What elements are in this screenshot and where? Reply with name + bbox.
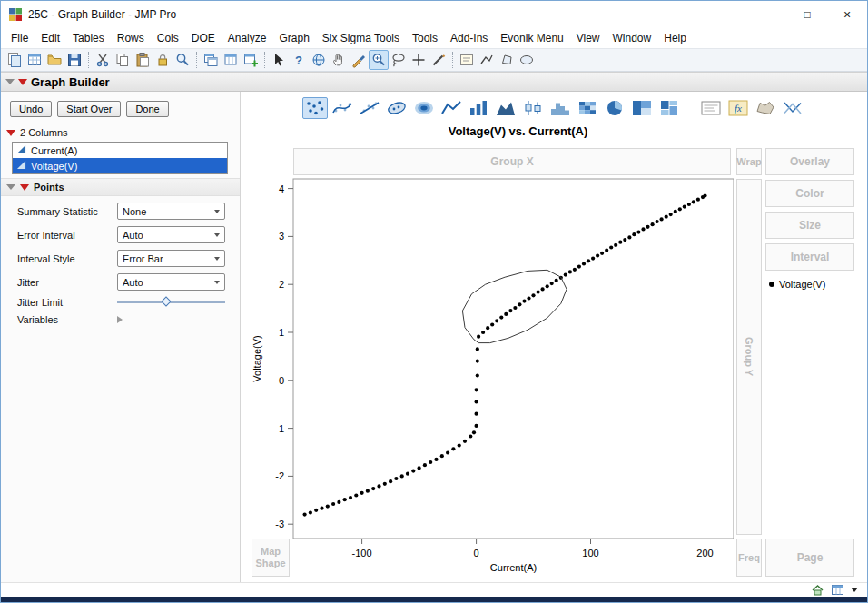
heatmap-element-icon[interactable] xyxy=(575,97,600,119)
menu-view[interactable]: View xyxy=(570,30,607,46)
interval-style-dropdown[interactable]: Error Bar xyxy=(117,250,225,267)
bar-element-icon[interactable] xyxy=(466,97,491,119)
menu-tools[interactable]: Tools xyxy=(406,30,444,46)
crosshair-tool-icon[interactable] xyxy=(409,50,429,70)
arrow-tool-icon[interactable] xyxy=(269,50,289,70)
ellipse-element-icon[interactable] xyxy=(384,97,409,119)
summary-statistic-label: Summary Statistic xyxy=(17,206,117,217)
line-tool-icon[interactable] xyxy=(477,50,497,70)
globe-tool-icon[interactable] xyxy=(309,50,329,70)
points-collapse-triangle-icon[interactable] xyxy=(6,184,15,190)
svg-text:Current(A): Current(A) xyxy=(490,562,537,573)
menu-doe[interactable]: DOE xyxy=(185,30,222,46)
annotate-tool-icon[interactable] xyxy=(457,50,477,70)
drop-zone-color[interactable]: Color xyxy=(765,180,854,207)
pie-element-icon[interactable] xyxy=(602,97,627,119)
new-journal-icon[interactable] xyxy=(5,50,25,70)
jitter-dropdown[interactable]: Auto xyxy=(117,273,225,291)
chevron-down-icon xyxy=(214,257,220,261)
area-element-icon[interactable] xyxy=(493,97,518,119)
interval-style-label: Interval Style xyxy=(17,253,117,264)
home-window-icon[interactable] xyxy=(811,583,824,597)
magnifier-tool-icon[interactable] xyxy=(369,50,389,70)
legend-item[interactable]: Voltage(V) xyxy=(769,279,825,290)
menu-six-sigma-tools[interactable]: Six Sigma Tools xyxy=(316,30,406,46)
slider-thumb-icon[interactable] xyxy=(161,296,171,306)
contour-element-icon[interactable] xyxy=(411,97,437,119)
data-table-icon[interactable] xyxy=(831,583,844,597)
table-new-icon[interactable] xyxy=(221,50,241,70)
formula-element-icon[interactable]: fx xyxy=(725,97,751,119)
menu-cols[interactable]: Cols xyxy=(151,30,185,46)
toolbar-separator xyxy=(88,52,89,68)
polygon-tool-icon[interactable] xyxy=(497,50,517,70)
parallel-element-icon[interactable] xyxy=(780,97,805,119)
drop-zone-overlay[interactable]: Overlay xyxy=(765,148,854,175)
treemap-element-icon[interactable] xyxy=(629,97,655,119)
menu-analyze[interactable]: Analyze xyxy=(222,30,273,46)
oval-tool-icon[interactable] xyxy=(517,50,537,70)
points-controls: Summary StatisticNoneError IntervalAutoI… xyxy=(1,203,240,291)
table-copy-icon[interactable] xyxy=(201,50,221,70)
mosaic-element-icon[interactable] xyxy=(656,97,682,119)
line-of-fit-element-icon[interactable] xyxy=(357,97,382,119)
cut-icon[interactable] xyxy=(93,50,113,70)
histogram-element-icon[interactable] xyxy=(547,97,573,119)
column-item-current-a-[interactable]: Current(A) xyxy=(13,143,227,158)
lock-icon[interactable] xyxy=(153,50,173,70)
menu-window[interactable]: Window xyxy=(607,30,658,46)
search-icon[interactable] xyxy=(173,50,192,70)
jitter-limit-slider[interactable] xyxy=(117,297,225,308)
drop-zone-group-y[interactable]: Group Y xyxy=(736,179,762,535)
menu-help[interactable]: Help xyxy=(657,30,693,46)
drop-zone-group-x[interactable]: Group X xyxy=(293,148,731,175)
new-data-table-icon[interactable] xyxy=(25,50,44,70)
lasso-tool-icon[interactable] xyxy=(389,50,409,70)
caption-box-element-icon[interactable] xyxy=(698,97,724,119)
drop-zone-wrap[interactable]: Wrap xyxy=(736,148,762,175)
variables-disclosure-icon[interactable] xyxy=(117,316,123,323)
menu-rows[interactable]: Rows xyxy=(111,30,151,46)
brush-tool-icon[interactable] xyxy=(349,50,369,70)
map-shape-element-icon[interactable] xyxy=(753,97,778,119)
smoother-element-icon[interactable] xyxy=(330,97,355,119)
box-plot-element-icon[interactable] xyxy=(520,97,546,119)
menu-tables[interactable]: Tables xyxy=(66,30,111,46)
error-interval-dropdown[interactable]: Auto xyxy=(117,226,225,243)
start-over-button[interactable]: Start Over xyxy=(57,101,121,117)
menu-file[interactable]: File xyxy=(5,30,35,46)
minimize-button[interactable]: – xyxy=(747,1,787,28)
menu-graph[interactable]: Graph xyxy=(272,30,315,46)
column-item-voltage-v-[interactable]: Voltage(V) xyxy=(13,158,227,173)
help-tool-icon[interactable]: ? xyxy=(289,50,309,70)
points-element-icon[interactable] xyxy=(302,97,328,119)
drop-zone-size[interactable]: Size xyxy=(765,212,854,239)
summary-statistic-dropdown[interactable]: None xyxy=(117,203,225,220)
close-button[interactable]: × xyxy=(827,1,867,28)
drop-zone-page[interactable]: Page xyxy=(765,539,854,577)
copy-icon[interactable] xyxy=(113,50,133,70)
drop-zone-interval[interactable]: Interval xyxy=(765,243,854,271)
pencil-tool-icon[interactable] xyxy=(429,50,449,70)
table-add-icon[interactable] xyxy=(241,50,261,70)
menu-add-ins[interactable]: Add-Ins xyxy=(444,30,494,46)
open-icon[interactable] xyxy=(44,50,64,70)
menu-edit[interactable]: Edit xyxy=(35,30,66,46)
hand-tool-icon[interactable] xyxy=(329,50,349,70)
drop-zone-freq[interactable]: Freq xyxy=(736,539,762,577)
paste-icon[interactable] xyxy=(133,50,153,70)
line-element-icon[interactable] xyxy=(439,97,464,119)
window-list-dropdown-icon[interactable] xyxy=(851,588,858,592)
svg-text:fx: fx xyxy=(735,103,742,114)
menu-evonik-menu[interactable]: Evonik Menu xyxy=(494,30,569,46)
undo-button[interactable]: Undo xyxy=(10,101,52,117)
points-red-triangle-icon[interactable] xyxy=(20,184,29,191)
done-button[interactable]: Done xyxy=(126,101,168,117)
jitter-limit-row: Jitter Limit xyxy=(17,297,240,308)
collapse-triangle-icon[interactable] xyxy=(5,79,15,84)
save-icon[interactable] xyxy=(64,50,84,70)
maximize-button[interactable]: □ xyxy=(787,1,827,28)
plot-area[interactable]: -3-2-101234-1000100200Current(A)Voltage(… xyxy=(248,175,734,578)
columns-red-triangle-icon[interactable] xyxy=(6,130,15,136)
red-triangle-menu-icon[interactable] xyxy=(18,79,27,85)
